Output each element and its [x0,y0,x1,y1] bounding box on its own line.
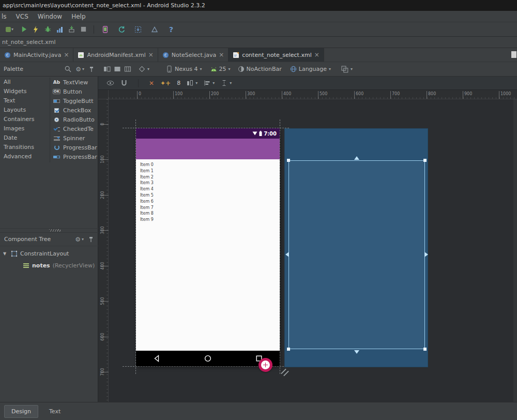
chevron-down-icon: ▾ [200,67,202,71]
tab-label: NoteSelect.java [172,52,217,58]
palette-item-progressbar[interactable]: ProgressBar [50,143,98,152]
design-blueprint-mode-icon[interactable] [103,66,111,72]
help-icon[interactable]: ? [164,23,178,36]
canvas-scrollbar[interactable] [513,99,517,402]
palette-item-radiobutton[interactable]: RadioButto [50,115,98,124]
phone-app-bar[interactable] [136,139,280,159]
design-mode-icon[interactable] [114,66,121,72]
palette-title: Palette [4,66,60,72]
profiler-icon[interactable] [54,23,65,36]
close-icon[interactable]: × [219,52,224,58]
pin-icon[interactable] [88,66,95,72]
avd-manager-icon[interactable] [98,23,112,36]
tree-expand-icon[interactable]: ▼ [3,251,8,256]
panel-splitter[interactable] [0,228,98,233]
resize-handle-topleft[interactable] [287,159,290,162]
show-constraints-icon[interactable] [107,80,114,86]
pin-icon[interactable] [88,236,94,243]
list-item: Item 5 [136,192,280,199]
palette-settings[interactable]: ⚙ ▾ [75,66,84,72]
autoconnect-icon[interactable] [120,80,128,86]
breadcrumb-path[interactable]: nt_note_select.xml [2,39,56,46]
default-margin-value[interactable]: 8 [177,80,180,86]
palette-category-transitions[interactable]: Transitions [0,143,50,152]
tab-scrollbar-thumb[interactable] [511,51,516,58]
menu-window[interactable]: Window [33,13,67,20]
tree-item-constraintlayout[interactable]: ▼ ConstraintLayout [0,248,98,259]
tab-content-note-select[interactable]: content_note_select.xml × [229,48,324,62]
tab-label: content_note_select.xml [242,52,311,58]
run-config-icon[interactable]: ▾ [1,23,18,36]
language-selector[interactable]: Language ▾ [290,66,331,72]
align-selector[interactable]: ▾ [204,80,215,86]
fab-add-button[interactable] [258,358,272,372]
svg-text:C: C [6,53,9,57]
ruler-corner [98,90,109,99]
device-selector[interactable]: Nexus 4 ▾ [166,66,202,72]
palette-item-spinner[interactable]: Spinner [50,133,98,143]
list-item: Item 8 [136,211,280,217]
ruler-label: 700 [390,91,400,99]
palette-category-layouts[interactable]: Layouts [0,106,50,115]
close-icon[interactable]: × [314,52,320,58]
infer-constraints-icon[interactable]: ✦+ [160,80,171,86]
search-icon[interactable] [65,66,71,72]
menu-help[interactable]: Help [67,13,90,20]
tab-design-mode[interactable]: Design [4,405,38,418]
build-icon[interactable] [148,23,161,36]
clear-constraints-icon[interactable]: ✕ [149,80,154,86]
menu-vcs[interactable]: VCS [11,13,33,20]
constraint-anchor-bottom[interactable] [354,350,359,354]
constraint-anchor-left[interactable] [285,252,289,257]
palette-category-all[interactable]: All [0,78,50,87]
tree-item-id: notes [32,262,50,269]
palette-category-date[interactable]: Date [0,133,50,143]
design-preview[interactable]: 7:00 Item 0 Item 1 Item 2 Item 3 Item 4 … [136,128,280,366]
tab-androidmanifest[interactable]: AndroidManifest.xml × [73,48,158,62]
palette-item-checkbox[interactable]: CheckBox [50,106,98,115]
layout-variant-selector[interactable]: ▾ [341,66,353,73]
palette-item-progressbar-horizontal[interactable]: ProgressBar [50,152,98,159]
pack-selector[interactable]: ▾ [187,80,197,86]
blueprint-mode-icon[interactable] [124,66,131,72]
tab-mainactivity[interactable]: C MainActivity.java × [0,48,73,62]
stop-icon[interactable] [78,23,89,36]
palette-item-button[interactable]: OK Button [50,87,98,96]
palette-item-checkedtextview[interactable]: CheckedTe [50,124,98,133]
palette-category-advanced[interactable]: Advanced [0,152,50,161]
run-icon[interactable] [18,23,29,36]
tab-noteselect[interactable]: C NoteSelect.java × [158,48,229,62]
orientation-selector[interactable]: ▾ [139,66,149,72]
apply-changes-icon[interactable] [30,23,41,36]
blueprint-view[interactable] [284,128,428,367]
resize-handle-topright[interactable] [423,159,427,162]
guidelines-selector[interactable]: ▾ [221,80,232,86]
api-version-selector[interactable]: 25 ▾ [210,66,231,72]
close-icon[interactable]: × [148,52,154,58]
palette-item-label: TextView [63,79,88,86]
tree-item-notes-recyclerview[interactable]: notes (RecyclerView) [0,260,98,271]
tab-text-mode[interactable]: Text [42,406,67,417]
sync-project-icon[interactable] [115,23,128,36]
menu-tools[interactable]: ls [0,13,11,20]
palette-category-images[interactable]: Images [0,124,50,133]
palette-item-textview[interactable]: Ab TextView [50,78,98,87]
close-icon[interactable]: × [64,52,69,58]
palette-item-label: RadioButto [63,116,95,123]
resize-handle-bottomright[interactable] [423,348,427,351]
theme-selector[interactable]: NoActionBar [238,66,282,72]
ruler-label: 600 [100,329,105,344]
component-tree-settings[interactable]: ⚙ ▾ [75,236,84,243]
constraint-anchor-top[interactable] [354,156,359,160]
selected-recyclerview-blueprint[interactable] [288,160,425,349]
sdk-manager-icon[interactable] [131,23,145,36]
palette-category-widgets[interactable]: Widgets [0,87,50,96]
resize-handle-bottomleft[interactable] [287,348,290,351]
palette-category-containers[interactable]: Containers [0,115,50,124]
palette-item-togglebutton[interactable]: ToggleButt [50,96,98,106]
recyclerview-preview[interactable]: Item 0 Item 1 Item 2 Item 3 Item 4 Item … [136,159,280,351]
debug-icon[interactable] [42,23,53,36]
constraint-anchor-right[interactable] [424,252,428,257]
palette-category-text[interactable]: Text [0,96,50,106]
attach-debugger-icon[interactable] [66,23,77,36]
